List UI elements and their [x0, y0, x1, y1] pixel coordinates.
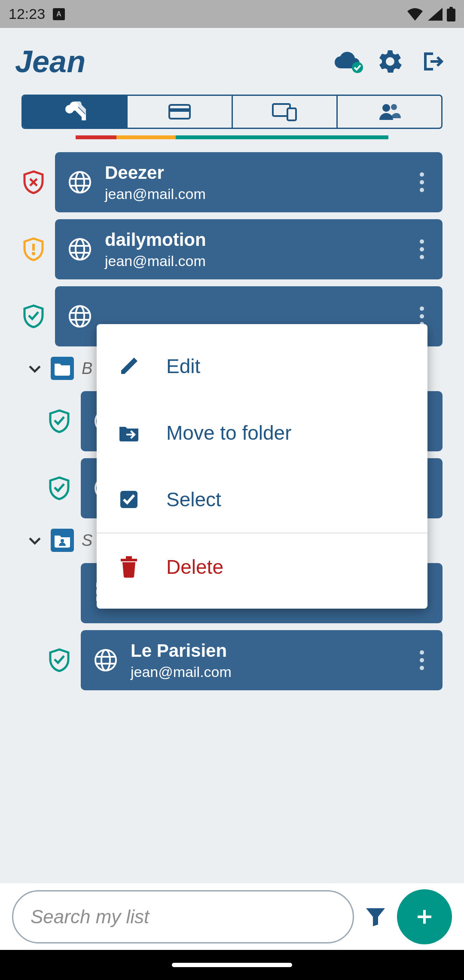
svg-point-10 — [76, 172, 84, 193]
tab-identities[interactable] — [338, 96, 441, 128]
svg-rect-1 — [449, 7, 453, 9]
folder-move-icon — [117, 421, 140, 444]
gear-icon — [378, 49, 402, 74]
svg-point-8 — [391, 104, 397, 110]
shield-ok-icon — [47, 648, 71, 672]
globe-icon — [67, 303, 93, 329]
system-navbar — [0, 950, 464, 980]
menu-delete[interactable]: Delete — [97, 533, 427, 600]
svg-rect-0 — [447, 9, 455, 21]
more-vert-icon — [419, 650, 424, 671]
chevron-down-icon — [27, 360, 43, 377]
svg-point-12 — [420, 180, 424, 184]
filter-icon — [365, 907, 386, 926]
globe-icon — [67, 236, 93, 262]
status-icons — [406, 7, 455, 21]
menu-delete-label: Delete — [166, 555, 223, 579]
svg-point-21 — [70, 306, 90, 327]
shield-warning-icon — [21, 237, 46, 261]
keys-icon — [64, 101, 86, 122]
settings-button[interactable] — [373, 45, 407, 78]
add-fab[interactable] — [397, 889, 452, 944]
svg-point-34 — [61, 539, 64, 542]
menu-select[interactable]: Select — [97, 466, 427, 533]
svg-point-7 — [382, 104, 390, 112]
folder-person-icon — [51, 529, 74, 552]
svg-point-22 — [76, 306, 84, 327]
svg-point-16 — [70, 239, 90, 260]
status-bar: 12:23 A — [0, 0, 464, 28]
svg-point-47 — [420, 650, 424, 655]
status-time: 12:23 — [9, 6, 45, 22]
shield-ok-icon — [47, 476, 71, 500]
tab-cards[interactable] — [128, 96, 232, 128]
svg-point-45 — [95, 650, 116, 671]
search-placeholder: Search my list — [31, 906, 149, 928]
trash-icon — [117, 555, 140, 579]
globe-icon — [93, 647, 119, 673]
entry-more-button[interactable] — [413, 645, 430, 675]
app-toolbar: Jean — [0, 28, 464, 95]
svg-point-13 — [420, 188, 424, 192]
svg-point-9 — [70, 172, 90, 193]
filter-button[interactable] — [363, 904, 388, 930]
entry-title: Le Parisien — [131, 640, 401, 661]
svg-rect-6 — [287, 108, 296, 120]
entry-more-button[interactable] — [413, 234, 430, 264]
people-icon — [378, 103, 401, 121]
entry-card[interactable]: dailymotion jean@mail.com — [55, 219, 443, 279]
menu-move-label: Move to folder — [166, 421, 291, 444]
battery-icon — [447, 7, 455, 21]
svg-point-24 — [420, 314, 424, 318]
folder-icon — [51, 357, 74, 380]
svg-point-48 — [420, 658, 424, 662]
bottom-bar: Search my list — [0, 883, 464, 950]
svg-point-11 — [420, 172, 424, 177]
strength-bar — [76, 135, 388, 139]
svg-point-19 — [420, 247, 424, 251]
plus-icon — [414, 906, 435, 927]
menu-edit[interactable]: Edit — [97, 333, 427, 399]
more-vert-icon — [419, 172, 424, 193]
card-icon — [168, 103, 191, 120]
cloud-check-icon — [333, 49, 363, 74]
chevron-down-icon — [27, 532, 43, 548]
wifi-icon — [406, 8, 424, 21]
shield-ok-icon — [21, 304, 46, 328]
signal-icon — [428, 8, 443, 21]
context-menu: Edit Move to folder Select Delete — [97, 324, 427, 609]
svg-point-20 — [420, 255, 424, 259]
menu-move[interactable]: Move to folder — [97, 399, 427, 466]
entry-row: dailymotion jean@mail.com — [21, 219, 443, 279]
entry-more-button[interactable] — [413, 167, 430, 197]
category-tabs — [21, 95, 443, 129]
folder-label: S — [82, 531, 92, 550]
svg-point-23 — [420, 306, 424, 311]
svg-rect-14 — [32, 244, 35, 251]
entry-subtitle: jean@mail.com — [131, 664, 401, 680]
entries-list: Deezer jean@mail.com dailymotion jean@ma… — [0, 139, 464, 883]
devices-icon — [272, 102, 297, 121]
more-vert-icon — [419, 239, 424, 260]
tab-passwords[interactable] — [23, 96, 128, 128]
entry-title: Deezer — [105, 162, 401, 183]
menu-select-label: Select — [166, 488, 221, 511]
svg-point-46 — [101, 650, 110, 671]
tab-devices[interactable] — [233, 96, 338, 128]
menu-edit-label: Edit — [166, 355, 200, 378]
search-input[interactable]: Search my list — [12, 890, 354, 943]
nav-home-pill[interactable] — [172, 963, 292, 967]
logout-button[interactable] — [415, 45, 449, 78]
entry-row: Deezer jean@mail.com — [21, 152, 443, 212]
entry-row: Le Parisien jean@mail.com — [47, 630, 443, 690]
shield-ok-icon — [47, 409, 71, 433]
status-app-badge: A — [53, 8, 65, 20]
checkbox-icon — [117, 488, 140, 511]
sync-button[interactable] — [331, 45, 365, 78]
svg-point-17 — [76, 239, 84, 260]
globe-icon — [67, 169, 93, 195]
entry-subtitle: jean@mail.com — [105, 253, 401, 270]
entry-card[interactable]: Deezer jean@mail.com — [55, 152, 443, 212]
svg-point-49 — [420, 666, 424, 670]
entry-card[interactable]: Le Parisien jean@mail.com — [81, 630, 443, 690]
